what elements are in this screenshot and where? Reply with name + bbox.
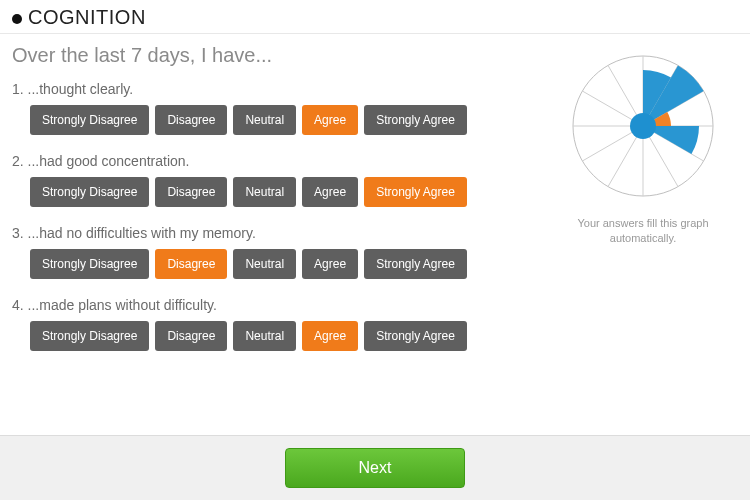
graph-panel: Your answers fill this graph automatical… <box>548 42 738 435</box>
option-button[interactable]: Strongly Agree <box>364 249 467 279</box>
option-button[interactable]: Strongly Agree <box>364 177 467 207</box>
question-text: 4. ...made plans without difficulty. <box>12 297 548 313</box>
option-button[interactable]: Disagree <box>155 177 227 207</box>
option-button[interactable]: Neutral <box>233 105 296 135</box>
prompt-text: Over the last 7 days, I have... <box>12 44 548 67</box>
bullet-icon <box>12 14 22 24</box>
section-header: COGNITION <box>0 0 750 34</box>
option-button[interactable]: Disagree <box>155 249 227 279</box>
footer: Next <box>0 435 750 500</box>
next-button[interactable]: Next <box>285 448 465 488</box>
question-text: 2. ...had good concentration. <box>12 153 548 169</box>
option-button[interactable]: Strongly Disagree <box>30 249 149 279</box>
option-button[interactable]: Strongly Disagree <box>30 321 149 351</box>
question-text: 3. ...had no difficulties with my memory… <box>12 225 548 241</box>
radar-chart <box>563 46 723 206</box>
section-title-text: COGNITION <box>28 6 146 28</box>
option-button[interactable]: Agree <box>302 249 358 279</box>
svg-point-13 <box>630 113 656 139</box>
option-button[interactable]: Agree <box>302 321 358 351</box>
question-text: 1. ...thought clearly. <box>12 81 548 97</box>
options-group: Strongly DisagreeDisagreeNeutralAgreeStr… <box>12 249 548 279</box>
option-button[interactable]: Agree <box>302 105 358 135</box>
option-button[interactable]: Strongly Agree <box>364 105 467 135</box>
option-button[interactable]: Neutral <box>233 321 296 351</box>
option-button[interactable]: Disagree <box>155 105 227 135</box>
options-group: Strongly DisagreeDisagreeNeutralAgreeStr… <box>12 321 548 351</box>
option-button[interactable]: Neutral <box>233 249 296 279</box>
question-row: 3. ...had no difficulties with my memory… <box>12 225 548 279</box>
question-row: 2. ...had good concentration.Strongly Di… <box>12 153 548 207</box>
question-row: 1. ...thought clearly.Strongly DisagreeD… <box>12 81 548 135</box>
questions-panel: Over the last 7 days, I have... 1. ...th… <box>12 42 548 435</box>
question-row: 4. ...made plans without difficulty.Stro… <box>12 297 548 351</box>
section-title: COGNITION <box>12 6 738 29</box>
options-group: Strongly DisagreeDisagreeNeutralAgreeStr… <box>12 105 548 135</box>
option-button[interactable]: Strongly Disagree <box>30 177 149 207</box>
option-button[interactable]: Agree <box>302 177 358 207</box>
option-button[interactable]: Strongly Agree <box>364 321 467 351</box>
graph-caption: Your answers fill this graph automatical… <box>548 216 738 247</box>
option-button[interactable]: Strongly Disagree <box>30 105 149 135</box>
option-button[interactable]: Neutral <box>233 177 296 207</box>
option-button[interactable]: Disagree <box>155 321 227 351</box>
options-group: Strongly DisagreeDisagreeNeutralAgreeStr… <box>12 177 548 207</box>
